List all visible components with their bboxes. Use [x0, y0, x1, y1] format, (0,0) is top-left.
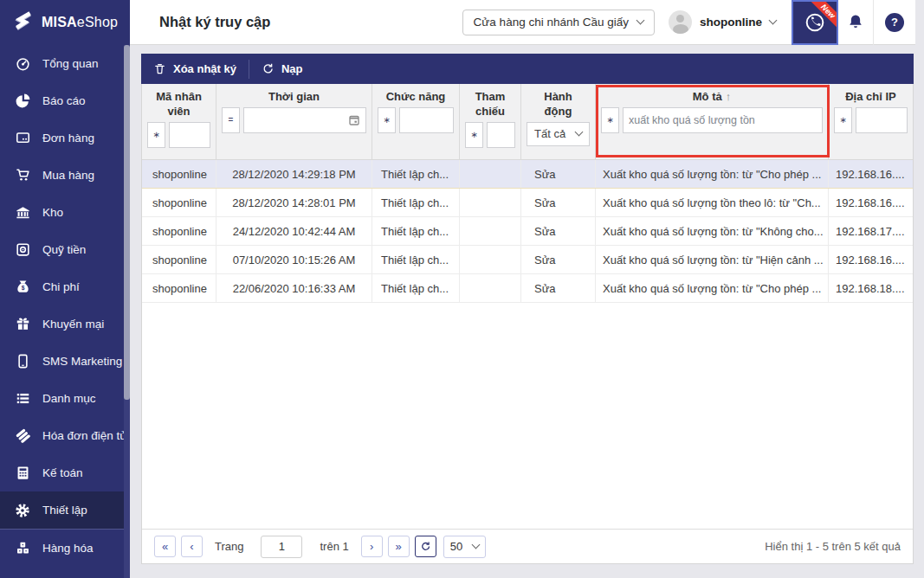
last-page-button[interactable]: »	[388, 536, 410, 557]
filter-input-tham-chieu[interactable]	[487, 122, 515, 148]
svg-text:$: $	[21, 285, 24, 292]
next-page-button[interactable]: ›	[361, 536, 383, 557]
column-label[interactable]: Mô tả↑	[693, 90, 731, 105]
filter-input-ma-nhan-vien[interactable]	[169, 122, 210, 148]
phone-circle-icon	[804, 11, 826, 34]
pagination-bar: « ‹ Trang trên 1 › » 50 Hiển thị 1 - 5 t…	[142, 529, 913, 563]
cell-function: Thiết lập ch...	[372, 217, 460, 245]
sidebar-item-thiet-lap[interactable]: Thiết lập	[0, 491, 130, 529]
calendar-icon[interactable]	[347, 113, 361, 127]
column-label[interactable]: Địa chỉ IP	[845, 90, 896, 105]
calculator-icon	[14, 465, 31, 482]
filter-operator-button[interactable]: =	[222, 107, 240, 133]
page-size-select[interactable]: 50	[443, 536, 486, 558]
filter-input-mo-ta[interactable]	[623, 107, 823, 133]
gauge-icon	[14, 55, 31, 73]
column-label[interactable]: Tham chiếu	[468, 90, 513, 119]
date-filter[interactable]	[243, 107, 366, 133]
sidebar-item-khuyen-mai[interactable]: Khuyến mại	[0, 305, 130, 343]
filter-operator-button[interactable]: ∗	[834, 107, 852, 133]
sidebar-item-bao-cao[interactable]: Báo cáo	[0, 82, 130, 119]
filter-operator-button[interactable]: ∗	[465, 122, 483, 148]
help-icon: ?	[885, 13, 904, 32]
column-header-chuc-nang: Chức năng ∗	[372, 84, 460, 159]
sidebar-item-sms-marketing[interactable]: SMS Marketing	[0, 343, 130, 380]
column-label[interactable]: Hành động	[538, 90, 579, 119]
sidebar-item-mua-hang[interactable]: Mua hàng	[0, 157, 130, 194]
delete-log-button[interactable]: Xóa nhật ký	[153, 62, 236, 75]
sidebar-item-hang-hoa[interactable]: Hàng hóa	[0, 529, 130, 566]
page-size-value: 50	[450, 540, 462, 553]
cell-description: Xuất kho quá số lượng tồn: từ "Không cho…	[596, 217, 829, 245]
sidebar-item-don-hang[interactable]: Đơn hàng	[0, 119, 130, 157]
sidebar-item-chi-phi[interactable]: $ Chi phí	[0, 268, 130, 305]
sidebar-item-kho[interactable]: Kho	[0, 194, 130, 231]
cell-time: 28/12/2020 14:29:18 PM	[216, 160, 372, 188]
sidebar-item-tong-quan[interactable]: Tổng quan	[0, 45, 130, 82]
cell-description: Xuất kho quá số lượng tồn theo lô: từ "C…	[596, 189, 829, 216]
order-screen-icon	[14, 130, 31, 147]
table-row[interactable]: shoponline 22/06/2020 10:16:33 AM Thiết …	[142, 274, 913, 303]
filter-operator-button[interactable]: ∗	[147, 122, 165, 148]
prev-page-button[interactable]: ‹	[181, 536, 203, 557]
branch-selector[interactable]: Cửa hàng chi nhánh Cầu giấy	[462, 10, 655, 35]
sidebar-item-quy-tien[interactable]: Quỹ tiền	[0, 231, 130, 268]
refresh-page-button[interactable]	[415, 536, 436, 557]
notifications-button[interactable]	[838, 0, 873, 45]
table-row[interactable]: shoponline 07/10/2020 10:15:26 AM Thiết …	[142, 246, 913, 274]
bell-icon	[846, 13, 865, 32]
sidebar-item-label: Báo cáo	[42, 94, 86, 107]
avatar	[669, 10, 692, 34]
sort-ascending-icon[interactable]: ↑	[726, 90, 732, 103]
table-row[interactable]: shoponline 24/12/2020 10:42:44 AM Thiết …	[142, 217, 913, 246]
cell-action: Sửa	[521, 160, 596, 188]
sidebar-menu: Tổng quan Báo cáo Đơn hàng Mua hàng Kho …	[0, 45, 130, 566]
user-menu[interactable]: shoponline	[669, 10, 776, 34]
username: shoponline	[700, 16, 762, 29]
list-icon	[14, 390, 31, 408]
filter-operator-button[interactable]: ∗	[378, 107, 396, 133]
cell-ip: 192.168.18....	[829, 274, 913, 302]
column-label[interactable]: Mã nhân viên	[151, 90, 208, 119]
filter-operator-button[interactable]: ∗	[601, 107, 619, 133]
reload-button[interactable]: Nạp	[262, 62, 303, 75]
sidebar-scrollbar[interactable]	[124, 45, 130, 578]
sidebar-item-label: Quỹ tiền	[42, 243, 86, 256]
sidebar-scrollbar-thumb[interactable]	[124, 45, 130, 400]
action-filter-select[interactable]: Tất cả	[527, 122, 590, 146]
table-row[interactable]: shoponline 28/12/2020 14:29:18 PM Thiết …	[142, 160, 913, 189]
column-label[interactable]: Thời gian	[268, 90, 320, 105]
cell-ip: 192.168.16....	[829, 246, 913, 273]
sidebar-item-hoa-don-dien-tu[interactable]: Hóa đơn điện tử	[0, 417, 130, 454]
delete-log-label: Xóa nhật ký	[173, 62, 236, 75]
filter-input-dia-chi-ip[interactable]	[856, 107, 908, 133]
misa-logo-icon	[12, 11, 35, 34]
page-number-input[interactable]	[261, 536, 302, 558]
phone-icon	[14, 353, 31, 370]
divider	[249, 60, 249, 79]
first-page-button[interactable]: «	[154, 536, 176, 557]
cell-function: Thiết lập ch...	[372, 160, 460, 188]
filter-input-chuc-nang[interactable]	[399, 107, 454, 133]
sidebar-item-ke-toan[interactable]: Kế toán	[0, 454, 130, 491]
cell-reference	[460, 274, 521, 302]
layers-icon	[14, 427, 31, 445]
app-logo[interactable]: MISAeShop	[0, 0, 130, 45]
cell-action: Sửa	[521, 189, 596, 216]
sidebar-item-danh-muc[interactable]: Danh mục	[0, 380, 130, 417]
filter-input-thoi-gian[interactable]	[244, 108, 347, 132]
cell-employee: shoponline	[142, 274, 216, 302]
help-button[interactable]: ?	[874, 0, 915, 45]
cart-icon	[14, 167, 31, 184]
column-header-hanh-dong: Hành động Tất cả	[521, 84, 596, 159]
money-bag-icon: $	[14, 279, 31, 296]
results-summary: Hiển thị 1 - 5 trên 5 kết quả	[765, 540, 901, 553]
hotline-button[interactable]: New	[792, 0, 838, 45]
cell-employee: shoponline	[142, 217, 216, 245]
sidebar-item-label: SMS Marketing	[42, 355, 122, 368]
column-label[interactable]: Chức năng	[386, 90, 446, 105]
table-row[interactable]: shoponline 28/12/2020 14:28:01 PM Thiết …	[142, 189, 913, 217]
log-grid: Mã nhân viên ∗ Thời gian =	[141, 84, 914, 564]
page-label: Trang	[215, 540, 243, 553]
chevron-down-icon	[769, 16, 778, 25]
